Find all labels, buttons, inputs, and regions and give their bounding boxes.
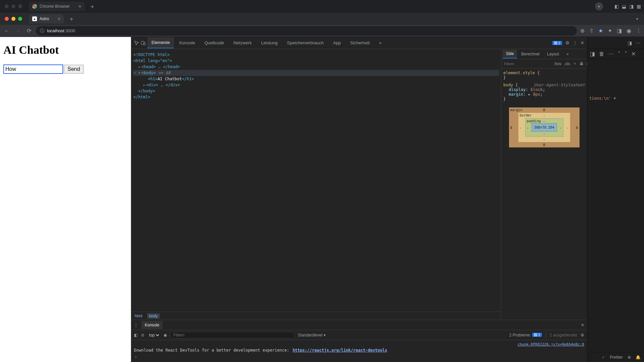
tab-memory[interactable]: Speicherverbrauch [283,38,328,48]
devtools-menu-icon[interactable]: ⋮ [573,40,577,45]
kebab-menu-icon[interactable]: ⋮ [636,28,641,34]
tab-console[interactable]: Konsole [175,38,199,48]
close-devtools-icon[interactable]: ✕ [581,40,584,45]
expand-toggle-icon[interactable]: ▾ [138,71,140,75]
live-expression-icon[interactable]: ◉ [164,333,167,337]
bookmark-icon[interactable]: ★ [598,28,603,34]
more-styles-tabs-icon[interactable]: » [563,50,572,58]
console-filter-input[interactable] [170,332,294,338]
dom-body-open[interactable]: <body> [141,71,156,75]
console-prompt[interactable]: › [134,353,584,361]
new-tab-button[interactable]: ＋ [66,15,77,23]
css-rule-body[interactable]: body { [503,83,518,87]
css-source[interactable]: User-Agent-Stylesheet [534,83,585,87]
panel-bottom-icon[interactable]: ⬓ [621,4,627,9]
side-panel-icon[interactable]: ◨ [617,28,622,34]
close-tab-icon[interactable]: × [79,4,81,9]
forward-button[interactable]: → [14,27,22,35]
outer-tab[interactable]: Chrome Browser × [29,2,85,11]
extensions-icon[interactable]: ✦ [608,28,612,34]
drawer-tab-console[interactable]: Konsole [141,321,163,329]
drawer-menu-icon[interactable]: ⋮ [134,323,138,327]
panel-grid-icon[interactable]: ▦ [636,4,641,9]
close-panel-icon[interactable]: ✕ [631,51,636,57]
dom-h1-open[interactable]: <h1> [148,77,157,81]
send-button[interactable]: Send [64,65,84,74]
dom-div-close[interactable]: </div> [166,83,180,87]
browser-tab[interactable]: Astro × [29,14,64,24]
console-settings-icon[interactable]: ⚙ [581,333,584,337]
new-style-rule-icon[interactable]: ＋ [573,61,577,66]
issues-badge[interactable]: 2 [552,41,562,45]
console-sidebar-toggle-icon[interactable]: ◧ [134,333,138,337]
styles-body[interactable]: element.style { } body {User-Agent-Style… [501,69,587,320]
editor-layout-icon[interactable]: ◨ [628,40,632,46]
crumb-html[interactable]: html [135,314,142,318]
crumb-body[interactable]: body [147,313,160,319]
dom-head-open[interactable]: <head> [141,64,156,69]
print-media-icon[interactable]: 🖶 [580,61,584,66]
tab-computed[interactable]: Berechnet [518,50,543,58]
box-model[interactable]: margin 8 8 8 8 border - - - - [509,107,580,147]
tab-sources[interactable]: Quellcode [200,38,228,48]
overflow-icon[interactable]: ⋯ [608,51,614,57]
execution-context-select[interactable]: top [148,332,160,338]
maximize-window-button[interactable] [18,17,22,21]
dom-body-close[interactable]: </body> [138,89,155,93]
styles-filter-input[interactable] [503,61,551,66]
panel-toggle-icon[interactable]: ◨ [590,51,595,57]
clear-console-icon[interactable]: ⊘ [141,333,144,337]
css-rule-element-style[interactable]: element.style { [503,71,540,75]
console-message-source[interactable]: chunk-DFK0J226.js?v=9e6b4e8c:8 [517,342,584,347]
panel-left-icon[interactable]: ◧ [614,4,619,9]
bell-icon[interactable]: 🔔 [636,355,641,360]
dom-h1-text[interactable]: AI Chatbot [157,77,182,81]
outer-tabs-menu-button[interactable]: ▾ [595,2,603,10]
reload-button[interactable]: ⟳ [26,26,33,35]
zoom-icon[interactable]: ⊕ [580,28,585,34]
dom-html-open[interactable]: <html lang="en"> [133,58,172,63]
cls-toggle[interactable]: .cls [564,61,570,66]
device-toggle-icon[interactable] [141,40,146,46]
css-prop-display[interactable]: display [509,87,526,92]
problems-label[interactable]: 2 Probleme: 2 [509,333,542,337]
close-tab-icon[interactable]: × [58,16,60,21]
more-tabs-icon[interactable]: » [375,38,385,48]
log-level-select[interactable]: Standardlevel ▾ [298,333,326,337]
console-message-link[interactable]: https://reactjs.org/link/react-devtools [292,348,387,353]
tab-styles[interactable]: Stile [503,50,517,58]
share-icon[interactable]: ⇧ [589,28,594,34]
profile-icon[interactable]: ◉ [627,28,631,34]
css-prop-margin[interactable]: margin [509,92,523,97]
dom-head-close[interactable]: </head> [163,64,180,69]
chevron-up-icon[interactable]: ˄ [618,51,620,57]
inspect-icon[interactable] [134,40,139,46]
site-info-icon[interactable]: ⓘ [40,28,44,34]
close-drawer-icon[interactable]: ✕ [581,323,584,327]
hov-toggle[interactable]: :hov [554,61,561,66]
expand-toggle-icon[interactable]: ▸ [143,83,145,87]
tab-layout[interactable]: Layout [544,50,562,58]
settings-icon[interactable]: ⚙ [565,40,569,45]
prettier-status[interactable]: Prettier [610,355,623,360]
dom-h1-close[interactable]: </h1> [182,77,194,81]
dom-doctype[interactable]: <!DOCTYPE html> [133,52,170,57]
panel-right-icon[interactable]: ◨ [629,4,634,9]
feedback-icon[interactable]: ⊕ [628,355,631,360]
minimize-window-button[interactable] [11,17,15,21]
dom-div-open[interactable]: <div> [146,83,158,87]
chevron-down-icon[interactable]: ˅ [625,51,627,57]
tab-performance[interactable]: Leistung [257,38,282,48]
dom-html-close[interactable]: </html> [133,95,150,99]
outer-new-tab-button[interactable]: ＋ [87,2,98,10]
tab-security[interactable]: Sicherheit [346,38,374,48]
chat-input[interactable] [3,64,63,74]
url-input[interactable]: ⓘ localhost:3000 [36,26,577,36]
editor-more-icon[interactable]: ⋯ [636,40,641,46]
dom-tree[interactable]: <!DOCTYPE html> <html lang="en"> ▸<head>… [131,49,501,312]
back-button[interactable]: ← [3,27,11,35]
tabs-dropdown-button[interactable]: ▾ [633,15,641,23]
expand-toggle-icon[interactable]: ▸ [138,64,140,69]
tab-elements[interactable]: Elemente [147,37,174,48]
tab-application[interactable]: App [329,38,345,48]
